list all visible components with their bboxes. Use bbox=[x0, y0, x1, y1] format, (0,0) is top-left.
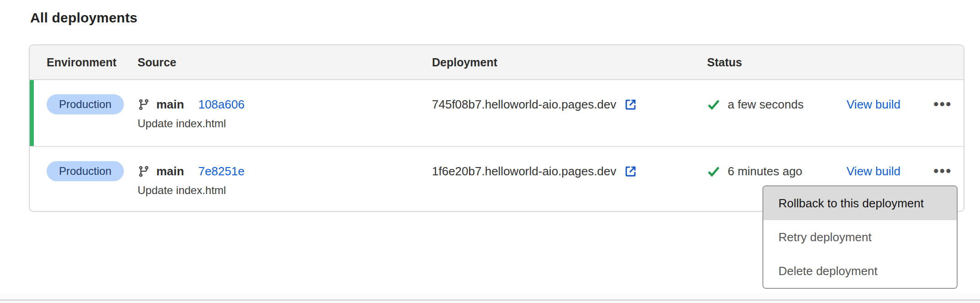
view-build-link[interactable]: View build bbox=[847, 164, 900, 179]
commit-link[interactable]: 108a606 bbox=[198, 97, 245, 112]
overflow-menu-button[interactable]: ••• bbox=[933, 100, 952, 109]
menu-item-rollback[interactable]: Rollback to this deployment bbox=[763, 186, 957, 220]
branch-name: main bbox=[156, 97, 184, 112]
status-time: 6 minutes ago bbox=[728, 164, 802, 179]
commit-message: Update index.html bbox=[138, 184, 432, 197]
menu-item-retry[interactable]: Retry deployment bbox=[763, 220, 957, 254]
table-header-row: Environment Source Deployment Status bbox=[30, 45, 964, 80]
menu-item-delete[interactable]: Delete deployment bbox=[763, 254, 957, 288]
column-header-source: Source bbox=[138, 56, 432, 69]
deployment-context-menu: Rollback to this deployment Retry deploy… bbox=[762, 185, 958, 289]
external-link-icon[interactable] bbox=[624, 98, 637, 111]
success-check-icon bbox=[707, 165, 720, 178]
table-row: Production main 108a606 Update index.htm… bbox=[30, 80, 964, 147]
column-header-environment: Environment bbox=[30, 56, 138, 69]
status-time: a few seconds bbox=[728, 97, 804, 112]
success-check-icon bbox=[707, 98, 720, 111]
section-divider bbox=[0, 293, 980, 301]
column-header-status: Status bbox=[707, 56, 964, 69]
page-title: All deployments bbox=[30, 10, 138, 26]
git-branch-icon bbox=[138, 98, 150, 111]
external-link-icon[interactable] bbox=[624, 165, 637, 178]
branch-name: main bbox=[156, 164, 184, 179]
deployment-url[interactable]: 745f08b7.helloworld-aio.pages.dev bbox=[432, 97, 616, 112]
commit-link[interactable]: 7e8251e bbox=[198, 164, 245, 179]
column-header-deployment: Deployment bbox=[432, 56, 707, 69]
current-deployment-indicator-bar bbox=[30, 80, 34, 146]
git-branch-icon bbox=[138, 165, 150, 178]
environment-badge: Production bbox=[47, 94, 124, 114]
overflow-menu-button[interactable]: ••• bbox=[933, 167, 952, 176]
deployment-url[interactable]: 1f6e20b7.helloworld-aio.pages.dev bbox=[432, 164, 616, 179]
commit-message: Update index.html bbox=[138, 117, 432, 130]
environment-badge: Production bbox=[47, 161, 124, 181]
view-build-link[interactable]: View build bbox=[847, 97, 900, 112]
